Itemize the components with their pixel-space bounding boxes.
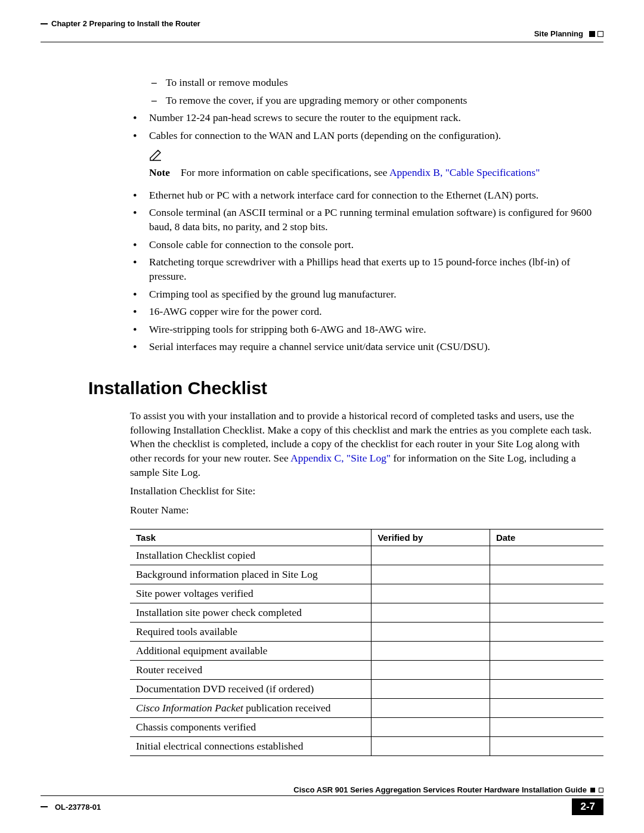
col-date-header: Date [490,529,603,546]
list-item: 16-AWG copper wire for the power cord. [130,305,603,319]
square-solid-icon [590,788,595,792]
verified-cell [371,623,490,642]
table-row: Chassis components verified [130,718,603,737]
checklist-site-line: Installation Checklist for Site: [130,484,603,498]
appendix-b-link[interactable]: Appendix B, "Cable Specifications" [389,166,540,178]
table-row: Background information placed in Site Lo… [130,565,603,584]
header-rule-icon [41,23,48,24]
task-cell: Initial electrical connections establish… [130,737,371,756]
square-outline-icon [599,788,603,792]
task-cell: Router received [130,661,371,680]
page-number-badge: 2-7 [572,798,603,815]
pencil-note-icon [149,149,603,165]
table-row: Router received [130,661,603,680]
task-cell: Site power voltages verified [130,584,371,603]
list-item: Ratcheting torque screwdriver with a Phi… [130,255,603,283]
task-cell: Installation Checklist copied [130,546,371,565]
square-solid-icon [589,31,595,37]
footer-divider [41,795,603,796]
footer-rule-icon [41,806,48,807]
date-cell [490,546,603,565]
section-heading: Installation Checklist [88,378,603,398]
table-header-row: Task Verified by Date [130,529,603,546]
verified-cell [371,565,490,584]
date-cell [490,603,603,623]
verified-cell [371,642,490,661]
date-cell [490,699,603,718]
list-item: Serial interfaces may require a channel … [130,340,603,354]
date-cell [490,623,603,642]
appendix-c-link[interactable]: Appendix C, "Site Log" [290,452,391,464]
table-row: Additional equipment available [130,642,603,661]
table-row: Initial electrical connections establish… [130,737,603,756]
list-item: Number 12-24 pan-head screws to secure t… [130,111,603,125]
table-row: Documentation DVD received (if ordered) [130,680,603,699]
note-text: For more information on cable specificat… [181,166,540,180]
list-item: Cables for connection to the WAN and LAN… [130,129,603,143]
verified-cell [371,546,490,565]
note-block: Note For more information on cable speci… [149,149,603,180]
table-row: Installation Checklist copied [130,546,603,565]
page-content: To install or remove modules To remove t… [41,76,603,756]
page-header-left: Chapter 2 Preparing to Install the Route… [41,19,603,28]
table-row: Site power voltages verified [130,584,603,603]
list-item: Console cable for connection to the cons… [130,238,603,252]
date-cell [490,642,603,661]
footer-docnum: OL-23778-01 [41,803,101,812]
verified-cell [371,584,490,603]
col-verified-header: Verified by [371,529,490,546]
task-cell: Background information placed in Site Lo… [130,565,371,584]
date-cell [490,584,603,603]
installation-checklist-table: Task Verified by Date Installation Check… [130,529,603,756]
chapter-label: Chapter 2 Preparing to Install the Route… [51,19,200,28]
task-cell: Chassis components verified [130,718,371,737]
date-cell [490,680,603,699]
date-cell [490,565,603,584]
bullet-list: Number 12-24 pan-head screws to secure t… [130,111,603,143]
col-task-header: Task [130,529,371,546]
verified-cell [371,699,490,718]
bullet-list: Ethernet hub or PC with a network interf… [130,188,603,354]
router-name-line: Router Name: [130,503,603,518]
verified-cell [371,737,490,756]
dash-list: To install or remove modules To remove t… [130,76,603,107]
date-cell [490,737,603,756]
page-footer: Cisco ASR 901 Series Aggregation Service… [41,785,603,815]
date-cell [490,718,603,737]
table-row: Cisco Information Packet publication rec… [130,699,603,718]
page-header-right: Site Planning [41,29,603,38]
date-cell [490,661,603,680]
intro-paragraph: To assist you with your installation and… [130,409,603,479]
verified-cell [371,680,490,699]
table-row: Installation site power check completed [130,603,603,623]
list-item: To install or remove modules [130,76,603,90]
task-cell: Additional equipment available [130,642,371,661]
header-divider [41,42,603,42]
section-label: Site Planning [534,29,583,38]
list-item: Ethernet hub or PC with a network interf… [130,188,603,203]
footer-guide-title: Cisco ASR 901 Series Aggregation Service… [293,785,587,794]
note-label: Note [149,166,170,180]
square-outline-icon [597,31,603,37]
task-cell: Required tools available [130,623,371,642]
verified-cell [371,718,490,737]
task-cell: Cisco Information Packet publication rec… [130,699,371,718]
verified-cell [371,661,490,680]
verified-cell [371,603,490,623]
task-cell: Documentation DVD received (if ordered) [130,680,371,699]
list-item: Crimping tool as specified by the ground… [130,287,603,302]
task-cell: Installation site power check completed [130,603,371,623]
table-row: Required tools available [130,623,603,642]
list-item: Wire-stripping tools for stripping both … [130,323,603,337]
list-item: Console terminal (an ASCII terminal or a… [130,206,603,234]
list-item: To remove the cover, if you are upgradin… [130,94,603,108]
